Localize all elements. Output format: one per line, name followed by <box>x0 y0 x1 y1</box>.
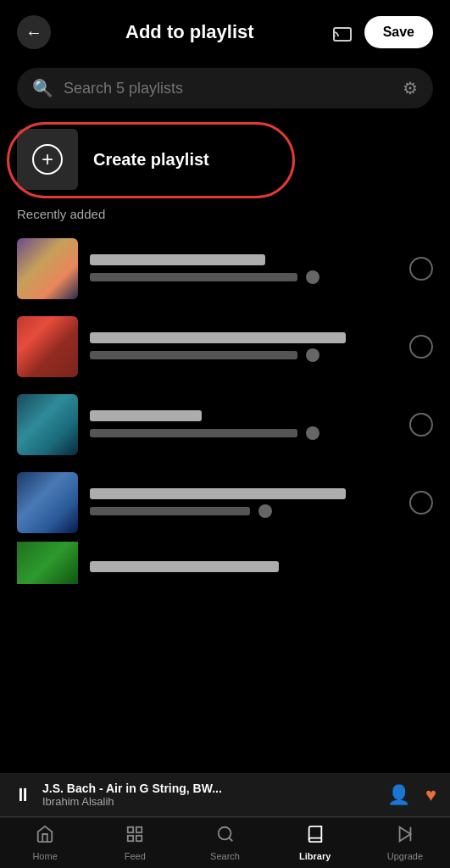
nav-item-home[interactable]: Home <box>0 818 90 868</box>
playlist-info <box>90 410 409 440</box>
svg-marker-7 <box>399 827 410 842</box>
track-artist: Ibrahim Alsalih <box>42 795 387 808</box>
nav-item-search[interactable]: Search <box>180 818 269 868</box>
list-item[interactable] <box>0 542 450 584</box>
svg-point-5 <box>218 827 231 840</box>
pause-button[interactable]: ⏸ <box>14 784 32 806</box>
nav-item-library[interactable]: Library <box>270 818 360 868</box>
bottom-nav: Home Feed Search Librar <box>0 817 450 868</box>
save-button[interactable]: Save <box>364 16 433 48</box>
cast-icon[interactable] <box>329 19 356 46</box>
blurred-title-line <box>90 561 279 572</box>
create-playlist-row[interactable]: + Create playlist <box>0 120 450 203</box>
nav-label-upgrade: Upgrade <box>387 851 423 861</box>
playlist-list <box>0 230 450 584</box>
blurred-meta-line <box>90 507 250 515</box>
search-icon: 🔍 <box>32 78 53 98</box>
home-icon <box>36 825 54 849</box>
playlist-thumbnail <box>17 394 78 455</box>
extra-dot-icon <box>258 504 272 518</box>
playlist-select-radio[interactable] <box>409 413 433 437</box>
header: ← Add to playlist Save <box>0 0 450 59</box>
blurred-title-line <box>90 488 346 499</box>
svg-rect-2 <box>136 827 142 832</box>
blurred-title-line <box>90 410 202 421</box>
playlist-info <box>90 332 409 362</box>
blurred-text-block <box>90 254 409 284</box>
svg-rect-1 <box>128 827 133 832</box>
now-playing-bar: ⏸ J.S. Bach - Air in G String, BW... Ibr… <box>0 773 450 817</box>
list-item[interactable] <box>0 386 450 464</box>
create-playlist-label: Create playlist <box>93 150 209 170</box>
playlist-thumbnail <box>17 472 78 533</box>
playlist-info <box>90 554 433 572</box>
svg-rect-0 <box>334 28 351 41</box>
blurred-text-block <box>90 488 409 518</box>
blurred-meta-line <box>90 351 297 359</box>
feed-icon <box>125 825 144 849</box>
list-item[interactable] <box>0 464 450 542</box>
list-item[interactable] <box>0 230 450 308</box>
blurred-meta-line <box>90 273 297 281</box>
upgrade-icon <box>396 825 414 849</box>
track-title: J.S. Bach - Air in G String, BW... <box>42 782 387 795</box>
svg-rect-3 <box>128 836 133 841</box>
search-input[interactable] <box>64 80 394 97</box>
playlist-select-radio[interactable] <box>409 257 433 281</box>
nav-item-feed[interactable]: Feed <box>90 818 180 868</box>
blurred-title-line <box>90 254 265 265</box>
create-playlist-thumb: + <box>17 129 78 190</box>
playlist-thumbnail <box>17 238 78 299</box>
library-icon <box>306 825 325 849</box>
list-item[interactable] <box>0 308 450 386</box>
playlist-select-radio[interactable] <box>409 335 433 359</box>
playlist-info <box>90 488 409 518</box>
back-icon: ← <box>25 23 42 42</box>
svg-rect-4 <box>136 836 142 841</box>
nav-label-library: Library <box>299 851 331 861</box>
filter-icon[interactable]: ⚙ <box>403 78 418 98</box>
search-bar-inner: 🔍 <box>32 78 394 98</box>
search-bar: 🔍 ⚙ <box>17 68 433 108</box>
blurred-text-block <box>90 332 409 362</box>
nav-label-search: Search <box>210 851 240 861</box>
extra-dot-icon <box>306 348 319 362</box>
nav-label-feed: Feed <box>125 851 146 861</box>
search-nav-icon <box>216 825 235 849</box>
search-container: 🔍 ⚙ <box>0 59 450 120</box>
blurred-title-line <box>90 332 346 343</box>
playlist-thumbnail <box>17 316 78 377</box>
extra-dot-icon <box>306 270 319 284</box>
svg-line-6 <box>229 837 232 841</box>
playlist-thumbnail <box>17 542 78 584</box>
playlist-select-radio[interactable] <box>409 491 433 515</box>
nav-label-home: Home <box>32 851 57 861</box>
playlist-info <box>90 254 409 284</box>
blurred-text-block <box>90 410 409 440</box>
track-info: J.S. Bach - Air in G String, BW... Ibrah… <box>42 782 387 808</box>
back-button[interactable]: ← <box>17 15 51 49</box>
page-title: Add to playlist <box>59 21 320 43</box>
user-profile-icon[interactable]: 👤 <box>387 784 410 806</box>
nav-item-upgrade[interactable]: Upgrade <box>360 818 450 868</box>
extra-dot-icon <box>306 426 319 440</box>
recently-added-label: Recently added <box>0 203 450 230</box>
blurred-meta-line <box>90 429 297 437</box>
heart-icon[interactable]: ♥ <box>425 784 436 806</box>
plus-circle-icon: + <box>32 144 63 175</box>
